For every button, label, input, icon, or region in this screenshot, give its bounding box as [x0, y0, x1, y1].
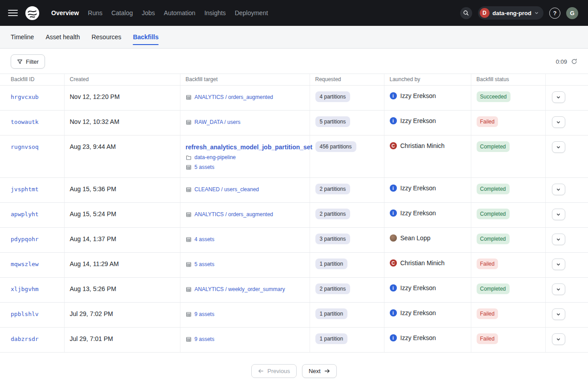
nav-item-runs[interactable]: Runs — [83, 7, 107, 19]
backfill-status-badge: Completed — [477, 141, 510, 152]
refresh-icon — [571, 58, 577, 65]
user-avatar-icon: i — [390, 185, 397, 192]
backfill-status-badge: Succeeded — [477, 91, 510, 102]
chevron-down-icon — [556, 237, 561, 242]
next-page-button[interactable]: Next — [302, 364, 337, 378]
previous-page-button[interactable]: Previous — [251, 364, 297, 378]
funnel-icon — [17, 59, 23, 65]
backfills-table: Backfill IDCreatedBackfill targetRequest… — [0, 74, 588, 353]
backfill-target-link[interactable]: 9 assets — [195, 336, 215, 342]
backfill-target-line: 9 assets — [186, 336, 304, 342]
tab-asset-health[interactable]: Asset health — [45, 26, 80, 48]
backfill-id-link[interactable]: ppblshlv — [11, 311, 39, 317]
backfill-target-link[interactable]: CLEANED / users_cleaned — [195, 186, 259, 193]
user-avatar-icon: C — [390, 142, 397, 149]
backfill-target-link[interactable]: ANALYTICS / orders_augmented — [195, 211, 274, 218]
table-row: toowautkNov 12, 10:32 AMRAW_DATA / users… — [0, 111, 588, 135]
logo-swirl-icon — [25, 6, 40, 21]
backfill-id-link[interactable]: toowautk — [11, 119, 39, 125]
backfill-target-link[interactable]: 5 assets — [195, 164, 215, 170]
requested-partitions-badge: 5 partitions — [315, 116, 351, 127]
refresh-button[interactable] — [571, 58, 577, 65]
main-nav: OverviewRunsCatalogJobsAutomationInsight… — [47, 7, 273, 19]
nav-item-overview[interactable]: Overview — [47, 7, 83, 19]
column-header-actions — [545, 74, 588, 86]
table-icon — [186, 262, 192, 267]
table-row: jvsphtmtAug 15, 5:36 PMCLEANED / users_c… — [0, 178, 588, 203]
backfill-id-link[interactable]: xljbgvhm — [11, 286, 39, 292]
user-avatar[interactable]: G — [566, 7, 578, 19]
backfill-target-link[interactable]: 4 assets — [195, 236, 215, 242]
nav-item-catalog[interactable]: Catalog — [107, 7, 137, 19]
backfill-target-title-link[interactable]: refresh_analytics_model_job_partition_se… — [186, 144, 304, 151]
backfill-target-link[interactable]: ANALYTICS / orders_augmented — [195, 94, 274, 100]
backfill-target-link[interactable]: 9 assets — [195, 311, 215, 317]
row-actions-button[interactable] — [552, 184, 565, 195]
help-icon: ? — [553, 10, 557, 16]
backfill-status-badge: Completed — [477, 234, 510, 244]
backfill-id-link[interactable]: pdypqohr — [11, 236, 39, 242]
chevron-down-icon — [535, 11, 539, 15]
dagster-logo[interactable] — [25, 6, 40, 21]
backfill-id-link[interactable]: dabzrsdr — [11, 336, 39, 342]
created-timestamp: Aug 15, 5:36 PM — [70, 185, 116, 193]
row-actions-button[interactable] — [552, 283, 565, 295]
nav-item-insights[interactable]: Insights — [200, 7, 230, 19]
chevron-down-icon — [556, 95, 561, 100]
chevron-down-icon — [556, 312, 561, 317]
help-button[interactable]: ? — [549, 8, 560, 19]
hamburger-menu-icon[interactable] — [7, 8, 19, 18]
launched-by-name: Christian Minich — [400, 142, 445, 149]
table-header: Backfill IDCreatedBackfill targetRequest… — [0, 74, 588, 86]
tab-resources[interactable]: Resources — [91, 26, 121, 48]
user-avatar-icon — [390, 234, 397, 242]
row-actions-button[interactable] — [552, 116, 565, 128]
backfill-id-link[interactable]: apwplyht — [11, 211, 39, 218]
table-icon — [186, 187, 192, 193]
backfill-target-link[interactable]: 5 assets — [195, 261, 215, 267]
deployment-switcher[interactable]: D data-eng-prod — [478, 6, 543, 20]
table-row: pdypqohrAug 14, 1:37 PM4 assets3 partiti… — [0, 228, 588, 253]
search-button[interactable] — [460, 7, 472, 19]
requested-partitions-badge: 2 partitions — [315, 209, 351, 219]
nav-item-jobs[interactable]: Jobs — [137, 7, 159, 19]
nav-item-deployment[interactable]: Deployment — [230, 7, 273, 19]
chevron-down-icon — [556, 262, 561, 267]
launched-by-name: Izzy Erekson — [400, 334, 436, 341]
row-actions-button[interactable] — [552, 333, 565, 345]
backfill-target-link[interactable]: ANALYTICS / weekly_order_summary — [195, 286, 285, 292]
tab-timeline[interactable]: Timeline — [11, 26, 34, 48]
row-actions-button[interactable] — [552, 234, 565, 245]
row-actions-button[interactable] — [552, 91, 565, 103]
row-actions-button[interactable] — [552, 209, 565, 220]
backfill-target-line: data-eng-pipeline — [186, 154, 304, 160]
filter-button[interactable]: Filter — [11, 54, 45, 69]
backfill-status-badge: Completed — [477, 209, 510, 219]
chevron-down-icon — [556, 287, 561, 292]
row-actions-button[interactable] — [552, 141, 565, 153]
nav-item-automation[interactable]: Automation — [159, 7, 200, 19]
created-timestamp: Aug 14, 11:29 AM — [70, 260, 119, 267]
tab-backfills[interactable]: Backfills — [133, 26, 159, 48]
refresh-countdown: 0:09 — [556, 58, 567, 65]
launched-by: iIzzy Erekson — [390, 309, 466, 316]
topbar: OverviewRunsCatalogJobsAutomationInsight… — [0, 0, 588, 26]
backfill-target-link[interactable]: RAW_DATA / users — [195, 119, 241, 125]
user-avatar-icon: i — [390, 309, 397, 316]
backfill-status-badge: Failed — [477, 308, 498, 319]
backfill-id-link[interactable]: mqwszlew — [11, 261, 39, 267]
created-timestamp: Nov 12, 10:32 AM — [70, 118, 119, 125]
row-actions-button[interactable] — [552, 259, 565, 270]
backfill-id-link[interactable]: rugnvsoq — [11, 144, 39, 150]
previous-page-label: Previous — [267, 368, 290, 374]
search-icon — [463, 10, 469, 16]
table-row: xljbgvhmAug 13, 5:26 PMANALYTICS / weekl… — [0, 278, 588, 303]
backfill-id-link[interactable]: hrgvcxub — [11, 94, 39, 100]
backfill-status-badge: Failed — [477, 333, 498, 344]
table-row: hrgvcxubNov 12, 12:20 PMANALYTICS / orde… — [0, 86, 588, 111]
backfill-target-link[interactable]: data-eng-pipeline — [195, 154, 236, 160]
backfill-status-badge: Completed — [477, 184, 510, 194]
column-header-requested: Requested — [310, 74, 384, 86]
backfill-id-link[interactable]: jvsphtmt — [11, 186, 39, 193]
row-actions-button[interactable] — [552, 308, 565, 320]
